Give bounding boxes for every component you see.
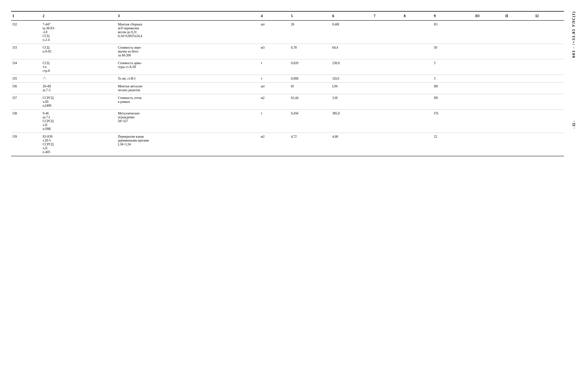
- cell-I37-col12: [534, 94, 564, 110]
- cell-I34-col9: 5: [432, 59, 474, 75]
- cell-I34-col1: I34: [11, 59, 41, 75]
- cell-I33-col7: [372, 44, 402, 59]
- cell-I36-col7: [372, 82, 402, 94]
- cell-I32-col12: [534, 21, 564, 44]
- cell-I32-col3: Монтаж сборныхж/б перемычеквесом до 0,3т…: [116, 21, 259, 44]
- cell-I36-col3: Монтаж металли-ческих решеток: [116, 82, 259, 94]
- cell-I33-col6: 64,4: [331, 44, 372, 59]
- cell-I36-col5: 6I: [290, 82, 331, 94]
- cell-I36-col9: II8: [432, 82, 474, 94]
- cell-I33-col9: 50: [432, 44, 474, 59]
- cell-I32-col6: 0,40I: [331, 21, 372, 44]
- cell-I35-col1: I35: [11, 75, 41, 82]
- cell-I33-col11: [504, 44, 534, 59]
- cell-I32-col9: IO: [432, 21, 474, 44]
- cell-I38-col10: [474, 110, 504, 133]
- cell-I33-col2: ССЦп.9-92: [41, 44, 116, 59]
- cell-I35-col12: [534, 75, 564, 82]
- cell-I38-col9: I76: [432, 110, 474, 133]
- cell-I38-col8: [402, 110, 432, 133]
- vertical-label-top: 603 - /+33.85 УЛС(I): [571, 11, 576, 58]
- table-row: I34ССЦт.ч.стр.8Стоимость арма-туры ст.А-…: [11, 59, 564, 75]
- cell-I35-col7: [372, 75, 402, 82]
- cell-I38-col2: 9-46ш.7-IССРСЦч.IIп.I98I: [41, 110, 116, 133]
- cell-I33-col5: 0,78: [290, 44, 331, 59]
- cell-I39-col1: I39: [11, 133, 41, 156]
- cell-I34-col12: [534, 59, 564, 75]
- table-row: I33ССЦп.9-92Стоимость пере-мычек из бето…: [11, 44, 564, 59]
- cell-I36-col2: 20-4IIш.7-3: [41, 82, 116, 94]
- cell-I36-col4: шт: [259, 82, 289, 94]
- cell-I32-col7: [372, 21, 402, 44]
- cell-I35-col5: 0,008: [290, 75, 331, 82]
- cell-I37-col6: 3,0I: [331, 94, 372, 110]
- cell-I36-col11: [504, 82, 534, 94]
- cell-I36-col10: [474, 82, 504, 94]
- cell-I35-col4: т: [259, 75, 289, 82]
- cell-I37-col4: м2: [259, 94, 289, 110]
- header-row: I 2 3 4 5 6 7 8 9 IO II I2: [11, 11, 564, 21]
- table-outer-wrapper: 603 - /+33.85 УЛС(I) - 32 - I 2 3 4 5 6 …: [11, 11, 577, 156]
- cell-I32-col5: 26: [290, 21, 331, 44]
- cell-I37-col7: [372, 94, 402, 110]
- cell-I39-col3: Перекрытие канавдеревянными щитамиI,34+3…: [116, 133, 259, 156]
- table-row: I327-447ш.38-IO--I.8ССЦп.2-4Монтаж сборн…: [11, 21, 564, 44]
- cell-I38-col1: I38: [11, 110, 41, 133]
- cell-I33-col10: [474, 44, 504, 59]
- table-header: I 2 3 4 5 6 7 8 9 IO II I2: [11, 11, 564, 21]
- cell-I39-col7: [372, 133, 402, 156]
- cell-I32-col11: [504, 21, 534, 44]
- cell-I39-col8: [402, 133, 432, 156]
- header-col10: IO: [474, 11, 504, 21]
- cell-I33-col8: [402, 44, 432, 59]
- cell-I38-col7: [372, 110, 402, 133]
- cell-I34-col8: [402, 59, 432, 75]
- cell-I39-col5: 4,72: [290, 133, 331, 156]
- cell-I39-col10: [474, 133, 504, 156]
- cell-I39-col12: [534, 133, 564, 156]
- cell-I32-col4: шт: [259, 21, 289, 44]
- cell-I39-col9: 22: [432, 133, 474, 156]
- cell-I34-col11: [504, 59, 534, 75]
- cell-I38-col6: 385,0: [331, 110, 372, 133]
- cell-I37-col10: [474, 94, 504, 110]
- cell-I36-col6: I,94: [331, 82, 372, 94]
- cell-I37-col9: I9I: [432, 94, 474, 110]
- cell-I37-col1: I37: [11, 94, 41, 110]
- cell-I35-col6: 32I,0: [331, 75, 372, 82]
- cell-I35-col11: [504, 75, 534, 82]
- cell-I32-col1: I32: [11, 21, 41, 44]
- cell-I39-col6: 4,68: [331, 133, 372, 156]
- header-col3: 3: [116, 11, 259, 21]
- table-body: I327-447ш.38-IO--I.8ССЦп.2-4Монтаж сборн…: [11, 21, 564, 156]
- table-row: I35-"-То же, ст.В-Iт0,00832I,03: [11, 75, 564, 82]
- cell-I34-col7: [372, 59, 402, 75]
- vertical-label-bottom: - 32 -: [572, 121, 576, 129]
- header-col6: 6: [331, 11, 372, 21]
- header-col11: II: [504, 11, 534, 21]
- cell-I33-col12: [534, 44, 564, 59]
- main-table: I 2 3 4 5 6 7 8 9 IO II I2: [11, 11, 564, 156]
- header-col12: I2: [534, 11, 564, 21]
- header-col5: 5: [290, 11, 331, 21]
- table-row: I39IO-IO9т.20-5ССРСЦч.IIп.405Перекрытие …: [11, 133, 564, 156]
- header-col9: 9: [432, 11, 474, 21]
- cell-I33-col4: м3: [259, 44, 289, 59]
- cell-I35-col2: -"-: [41, 75, 116, 82]
- cell-I34-col4: т: [259, 59, 289, 75]
- header-col8: 8: [402, 11, 432, 21]
- cell-I36-col1: I36: [11, 82, 41, 94]
- cell-I35-col9: 3: [432, 75, 474, 82]
- cell-I36-col8: [402, 82, 432, 94]
- cell-I37-col2: ССРСЦч.IIIп,I490: [41, 94, 116, 110]
- cell-I39-col11: [504, 133, 534, 156]
- cell-I37-col3: Стоимость сетокв рамках: [116, 94, 259, 110]
- cell-I35-col10: [474, 75, 504, 82]
- cell-I38-col5: 0,456: [290, 110, 331, 133]
- cell-I32-col2: 7-447ш.38-IO--I.8ССЦп.2-4: [41, 21, 116, 44]
- cell-I38-col11: [504, 110, 534, 133]
- table-row: I3620-4IIш.7-3Монтаж металли-ческих реше…: [11, 82, 564, 94]
- cell-I38-col12: [534, 110, 564, 133]
- cell-I39-col2: IO-IO9т.20-5ССРСЦч.IIп.405: [41, 133, 116, 156]
- header-col7: 7: [372, 11, 402, 21]
